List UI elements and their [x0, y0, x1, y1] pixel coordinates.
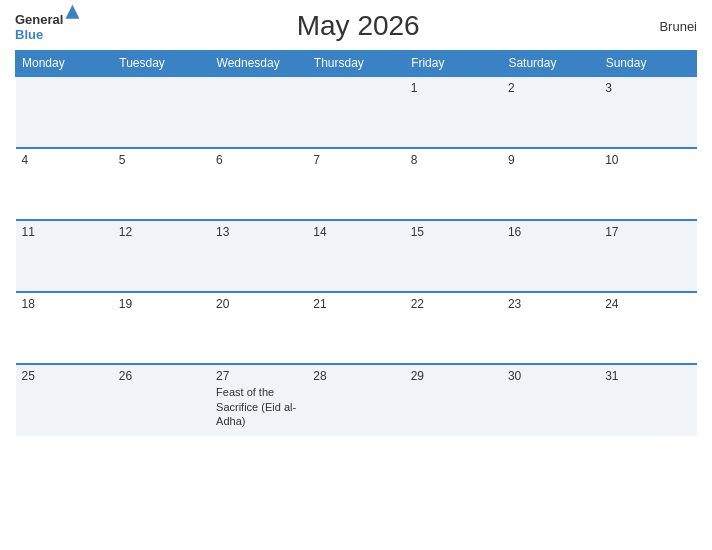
calendar-cell: 1	[405, 76, 502, 148]
logo-flag-icon	[65, 5, 79, 19]
calendar-cell	[16, 76, 113, 148]
calendar-cell: 8	[405, 148, 502, 220]
calendar-cell	[113, 76, 210, 148]
calendar-header: Monday Tuesday Wednesday Thursday Friday…	[16, 51, 697, 77]
day-number: 11	[22, 225, 107, 239]
day-number: 22	[411, 297, 496, 311]
day-number: 30	[508, 369, 593, 383]
day-number: 7	[313, 153, 398, 167]
calendar-cell	[307, 76, 404, 148]
header-thursday: Thursday	[307, 51, 404, 77]
calendar-cell: 26	[113, 364, 210, 436]
day-number: 1	[411, 81, 496, 95]
calendar-cell: 29	[405, 364, 502, 436]
day-number: 21	[313, 297, 398, 311]
calendar-cell: 13	[210, 220, 307, 292]
calendar-cell: 4	[16, 148, 113, 220]
day-number: 14	[313, 225, 398, 239]
day-number: 5	[119, 153, 204, 167]
calendar-cell: 15	[405, 220, 502, 292]
calendar-cell: 16	[502, 220, 599, 292]
day-number: 17	[605, 225, 690, 239]
calendar-week-row: 45678910	[16, 148, 697, 220]
calendar-cell: 30	[502, 364, 599, 436]
logo-blue-text: Blue	[15, 28, 43, 42]
day-number: 8	[411, 153, 496, 167]
header-friday: Friday	[405, 51, 502, 77]
day-number: 12	[119, 225, 204, 239]
calendar-cell: 28	[307, 364, 404, 436]
header-wednesday: Wednesday	[210, 51, 307, 77]
weekday-header-row: Monday Tuesday Wednesday Thursday Friday…	[16, 51, 697, 77]
day-number: 23	[508, 297, 593, 311]
header-monday: Monday	[16, 51, 113, 77]
day-number: 29	[411, 369, 496, 383]
calendar-cell: 9	[502, 148, 599, 220]
calendar-page: General Blue May 2026 Brunei Monday Tues…	[0, 0, 712, 550]
day-number: 4	[22, 153, 107, 167]
country-label: Brunei	[637, 19, 697, 34]
calendar-cell: 10	[599, 148, 696, 220]
calendar-cell: 25	[16, 364, 113, 436]
page-header: General Blue May 2026 Brunei	[15, 10, 697, 42]
calendar-cell: 18	[16, 292, 113, 364]
calendar-cell: 19	[113, 292, 210, 364]
calendar-cell: 21	[307, 292, 404, 364]
day-number: 24	[605, 297, 690, 311]
day-number: 3	[605, 81, 690, 95]
calendar-body: 1234567891011121314151617181920212223242…	[16, 76, 697, 436]
calendar-cell: 17	[599, 220, 696, 292]
calendar-cell: 24	[599, 292, 696, 364]
calendar-cell: 20	[210, 292, 307, 364]
logo-top: General	[15, 10, 79, 28]
day-number: 10	[605, 153, 690, 167]
calendar-cell: 3	[599, 76, 696, 148]
calendar-cell: 2	[502, 76, 599, 148]
calendar-cell: 23	[502, 292, 599, 364]
day-number: 20	[216, 297, 301, 311]
calendar-week-row: 18192021222324	[16, 292, 697, 364]
logo: General Blue	[15, 10, 79, 42]
day-number: 27	[216, 369, 301, 383]
calendar-cell	[210, 76, 307, 148]
calendar-cell: 6	[210, 148, 307, 220]
calendar-week-row: 11121314151617	[16, 220, 697, 292]
day-number: 2	[508, 81, 593, 95]
calendar-cell: 22	[405, 292, 502, 364]
day-number: 6	[216, 153, 301, 167]
header-tuesday: Tuesday	[113, 51, 210, 77]
calendar-table: Monday Tuesday Wednesday Thursday Friday…	[15, 50, 697, 436]
calendar-cell: 14	[307, 220, 404, 292]
header-sunday: Sunday	[599, 51, 696, 77]
header-saturday: Saturday	[502, 51, 599, 77]
day-number: 19	[119, 297, 204, 311]
day-number: 26	[119, 369, 204, 383]
logo-general-text: General	[15, 12, 63, 27]
day-event: Feast of the Sacrifice (Eid al-Adha)	[216, 385, 301, 428]
calendar-cell: 27Feast of the Sacrifice (Eid al-Adha)	[210, 364, 307, 436]
calendar-cell: 7	[307, 148, 404, 220]
day-number: 15	[411, 225, 496, 239]
day-number: 9	[508, 153, 593, 167]
calendar-cell: 5	[113, 148, 210, 220]
calendar-title: May 2026	[79, 10, 637, 42]
calendar-cell: 12	[113, 220, 210, 292]
day-number: 28	[313, 369, 398, 383]
calendar-week-row: 123	[16, 76, 697, 148]
day-number: 31	[605, 369, 690, 383]
day-number: 25	[22, 369, 107, 383]
day-number: 18	[22, 297, 107, 311]
calendar-cell: 11	[16, 220, 113, 292]
day-number: 16	[508, 225, 593, 239]
day-number: 13	[216, 225, 301, 239]
calendar-week-row: 252627Feast of the Sacrifice (Eid al-Adh…	[16, 364, 697, 436]
calendar-cell: 31	[599, 364, 696, 436]
